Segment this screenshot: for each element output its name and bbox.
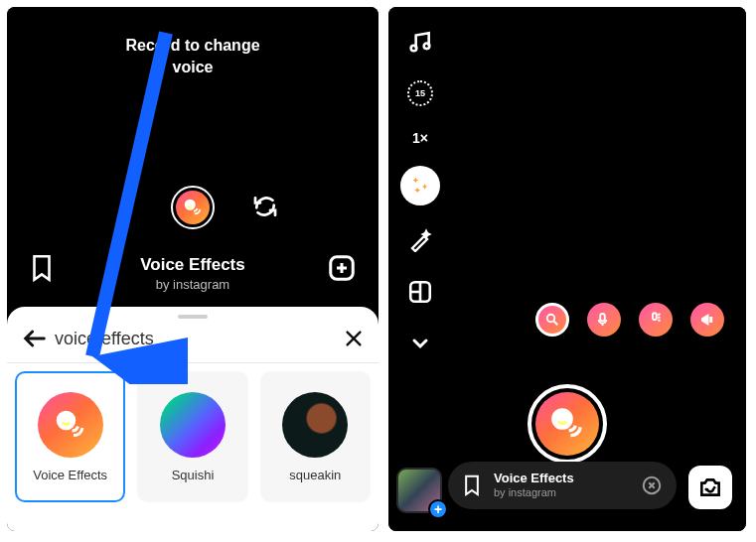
- retry-icon[interactable]: [250, 192, 280, 221]
- screen-reels-camera: 15 1×: [388, 7, 746, 531]
- screen-effect-search: Record to change voice Voice Eff: [7, 7, 378, 531]
- chevron-down-icon[interactable]: [403, 327, 437, 360]
- save-icon[interactable]: [462, 474, 482, 497]
- switch-camera-button[interactable]: [688, 466, 732, 509]
- svg-point-2: [191, 203, 193, 205]
- touchup-icon[interactable]: [403, 223, 437, 257]
- svg-point-6: [68, 417, 71, 420]
- effect-chip-selected[interactable]: [535, 303, 569, 337]
- svg-point-1: [188, 203, 190, 205]
- timer-seconds: 15: [415, 88, 425, 98]
- effect-author: by instagram: [7, 277, 378, 292]
- timer-icon: 15: [407, 80, 433, 106]
- svg-point-5: [62, 417, 65, 420]
- effect-pill[interactable]: Voice Effects by instagram: [448, 462, 677, 509]
- layout-icon[interactable]: [403, 275, 437, 309]
- svg-rect-13: [653, 313, 657, 320]
- voice-effects-icon: [535, 392, 599, 456]
- effect-card-voice-effects[interactable]: Voice Effects: [15, 371, 125, 502]
- effect-pill-text: Voice Effects by instagram: [494, 472, 629, 499]
- effects-button-active[interactable]: [400, 166, 440, 205]
- effect-card-squishi[interactable]: Squishi: [137, 371, 247, 502]
- save-icon[interactable]: [29, 253, 55, 283]
- search-row: voice effects: [7, 319, 378, 363]
- search-input[interactable]: voice effects: [55, 329, 337, 349]
- svg-point-15: [557, 416, 560, 419]
- close-icon[interactable]: [641, 474, 663, 496]
- svg-point-16: [564, 416, 567, 419]
- effect-card-label: Voice Effects: [33, 468, 107, 482]
- shutter-button[interactable]: [528, 384, 607, 464]
- effect-pill-sub: by instagram: [494, 486, 629, 499]
- speed-button[interactable]: 1×: [403, 128, 437, 148]
- squeakin-icon: [282, 392, 348, 458]
- effect-results: Voice Effects Squishi squeakin: [7, 363, 378, 510]
- voice-effects-icon: [176, 191, 210, 224]
- effect-card-label: squeakin: [289, 468, 341, 482]
- back-icon[interactable]: [21, 325, 49, 352]
- effect-preview-circle[interactable]: [171, 186, 215, 229]
- svg-point-14: [553, 410, 571, 428]
- effect-card-label: Squishi: [172, 468, 215, 482]
- clear-search-icon[interactable]: [343, 328, 365, 349]
- music-icon[interactable]: [403, 25, 437, 59]
- effect-chip[interactable]: [587, 303, 621, 337]
- effect-title: Voice Effects: [7, 255, 378, 275]
- effect-carousel[interactable]: [535, 303, 724, 337]
- svg-rect-12: [600, 314, 605, 322]
- effect-card-squeakin[interactable]: squeakin: [260, 371, 371, 502]
- squishi-icon: [160, 392, 226, 458]
- effect-chip[interactable]: [690, 303, 724, 337]
- voice-effects-icon: [38, 392, 103, 458]
- reels-tool-rail: 15 1×: [400, 25, 440, 360]
- add-to-reel-icon[interactable]: [327, 253, 357, 283]
- svg-point-4: [58, 412, 75, 429]
- svg-point-11: [547, 315, 555, 323]
- timer-button[interactable]: 15: [403, 76, 437, 110]
- add-media-icon[interactable]: +: [428, 499, 448, 519]
- svg-point-9: [424, 44, 430, 50]
- record-hint: Record to change voice: [7, 35, 378, 77]
- record-hint-l1: Record to change: [125, 37, 259, 54]
- camera-preview: Record to change voice Voice Eff: [7, 7, 378, 307]
- effect-chip[interactable]: [639, 303, 673, 337]
- effect-search-sheet: voice effects Voice Effects S: [7, 307, 378, 531]
- camera-viewport: 15 1×: [388, 7, 746, 531]
- record-hint-l2: voice: [173, 59, 214, 75]
- svg-point-8: [411, 46, 417, 52]
- effect-pill-title: Voice Effects: [494, 472, 629, 486]
